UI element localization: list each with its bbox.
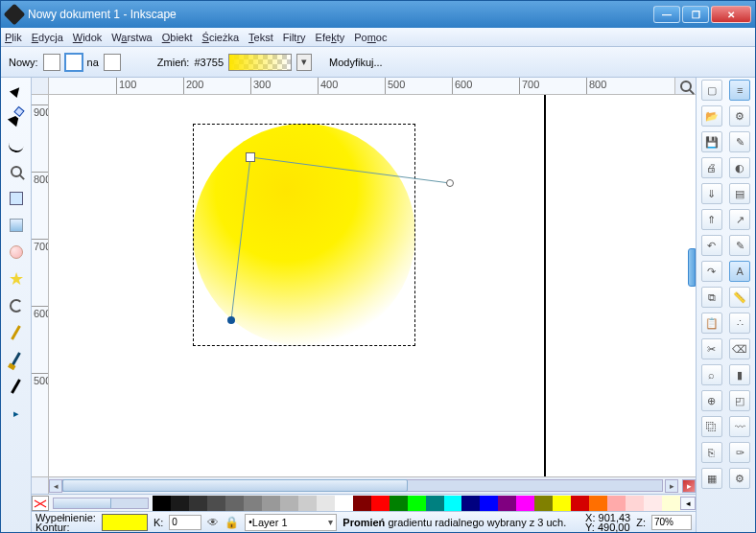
ellipse-tool[interactable] — [5, 241, 28, 264]
gradient-center-handle[interactable] — [246, 152, 255, 162]
calligraphy-button[interactable]: ✑ — [729, 442, 750, 463]
connector-button[interactable]: ↗ — [729, 209, 750, 230]
star-tool[interactable]: ★ — [5, 267, 28, 290]
xml-editor-button[interactable]: ≡ — [729, 80, 750, 101]
duplicate-button[interactable]: ⿻ — [701, 416, 722, 437]
side-tab[interactable] — [688, 248, 696, 287]
scroll-left-button[interactable]: ◂ — [49, 479, 62, 493]
select-tool[interactable] — [5, 80, 28, 103]
palette-swatch[interactable] — [225, 496, 244, 511]
prefs-button[interactable]: ⚙ — [729, 468, 750, 489]
3dbox-button[interactable]: ◰ — [729, 390, 750, 411]
palette-swatch[interactable] — [553, 496, 571, 511]
palette-swatch[interactable] — [644, 496, 662, 511]
close-button[interactable]: ✕ — [711, 6, 751, 23]
fill-swatch[interactable] — [102, 514, 148, 531]
menu-edit[interactable]: Edycja — [32, 32, 63, 43]
canvas[interactable] — [49, 95, 696, 476]
minimize-button[interactable]: — — [653, 6, 680, 23]
palette-swatch[interactable] — [335, 496, 353, 511]
vruler[interactable]: 900 800 700 600 500 — [32, 95, 49, 476]
layer-selector[interactable]: • Layer 1 — [245, 514, 337, 531]
palette-swatch[interactable] — [444, 496, 462, 511]
palette-swatch[interactable] — [571, 496, 589, 511]
bucket-button[interactable]: ▮ — [729, 364, 750, 385]
apply-fill-button[interactable] — [104, 54, 121, 71]
node-edit-button[interactable]: ✎ — [729, 131, 750, 152]
doc-props-button[interactable]: ⚙ — [729, 105, 750, 127]
palette-swatch[interactable] — [626, 496, 644, 511]
linear-gradient-button[interactable] — [43, 54, 60, 71]
palette-swatch[interactable] — [298, 496, 317, 511]
clone-button[interactable]: ⎘ — [701, 442, 722, 463]
palette-swatch[interactable] — [244, 496, 262, 511]
palette-scrollbar[interactable] — [53, 498, 149, 509]
tweak-button[interactable]: 〰 — [729, 416, 750, 437]
modify-button[interactable]: Modyfikuj... — [329, 57, 383, 68]
zoom-input[interactable] — [651, 515, 692, 530]
visibility-icon[interactable]: 👁 — [207, 516, 219, 529]
palette-swatch[interactable] — [390, 496, 408, 511]
scroll-right-button[interactable]: ▸ — [665, 479, 678, 493]
palette-menu-button[interactable]: ◂ — [680, 497, 696, 510]
gradient-focus-handle[interactable] — [227, 316, 235, 324]
menu-layer[interactable]: Warstwa — [111, 32, 152, 43]
paste-button[interactable]: 📋 — [701, 313, 722, 334]
gradient-sel-button[interactable]: ▤ — [729, 183, 750, 204]
spray-button[interactable]: ∴ — [729, 313, 750, 334]
palette-swatch[interactable] — [408, 496, 426, 511]
zoom-tool[interactable] — [5, 160, 28, 183]
copy-button[interactable]: ⧉ — [701, 287, 722, 308]
group-button[interactable]: ▦ — [701, 468, 722, 489]
maximize-button[interactable]: ❐ — [682, 6, 709, 23]
menu-text[interactable]: Tekst — [248, 32, 273, 43]
lock-icon[interactable]: 🔒 — [224, 516, 239, 529]
save-button[interactable]: 💾 — [701, 131, 722, 152]
eraser-button[interactable]: ⌫ — [729, 338, 750, 359]
3dbox-tool[interactable] — [5, 214, 28, 237]
palette-swatch[interactable] — [317, 496, 335, 511]
radial-gradient-button[interactable] — [65, 54, 83, 71]
tweak-tool[interactable] — [5, 133, 28, 156]
palette-swatch[interactable] — [153, 496, 171, 511]
export-button[interactable]: ⇑ — [701, 209, 722, 230]
zoom-icon-corner[interactable] — [674, 78, 696, 95]
text-tool-button[interactable]: A — [729, 261, 750, 282]
zoom-button[interactable]: ⊕ — [701, 390, 722, 411]
palette-swatch[interactable] — [262, 496, 280, 511]
palette-swatch[interactable] — [461, 496, 480, 511]
dropper-button[interactable]: ✎ — [729, 235, 750, 256]
paint-sel-button[interactable]: ◐ — [729, 157, 750, 178]
menu-path[interactable]: Ścieżka — [202, 32, 240, 43]
menu-file[interactable]: Plik — [5, 32, 22, 43]
palette-swatch[interactable] — [280, 496, 298, 511]
bezier-tool[interactable] — [5, 348, 28, 371]
gradient-dropdown[interactable]: ▾ — [296, 54, 312, 71]
gradient-preview[interactable] — [228, 54, 292, 71]
no-fill-swatch[interactable] — [32, 496, 49, 511]
undo-button[interactable]: ↶ — [701, 235, 722, 256]
cut-button[interactable]: ✂ — [701, 338, 722, 359]
palette-swatch[interactable] — [534, 496, 553, 511]
palette-swatch[interactable] — [353, 496, 371, 511]
find-button[interactable]: ⌕ — [701, 364, 722, 385]
palette-swatch[interactable] — [607, 496, 626, 511]
freehand-tool[interactable] — [5, 321, 28, 344]
palette-swatch[interactable] — [171, 496, 189, 511]
palette-swatch[interactable] — [516, 496, 534, 511]
node-tool[interactable] — [5, 106, 28, 129]
hscrollbar[interactable]: ◂ ▸ ▸ — [49, 477, 696, 494]
quick-colors-button[interactable]: ▸ — [682, 479, 696, 493]
palette-swatch[interactable] — [426, 496, 444, 511]
new-doc-button[interactable]: ▢ — [701, 80, 722, 101]
gradient-radius-handle[interactable] — [446, 179, 454, 187]
palette-swatch[interactable] — [589, 496, 607, 511]
palette-swatch[interactable] — [480, 496, 498, 511]
menu-object[interactable]: Obiekt — [162, 32, 193, 43]
palette-swatch[interactable] — [207, 496, 225, 511]
palette-swatch[interactable] — [189, 496, 207, 511]
scroll-thumb[interactable] — [62, 479, 408, 492]
menu-view[interactable]: Widok — [73, 32, 103, 43]
palette-thumb[interactable] — [54, 498, 111, 508]
menu-filters[interactable]: Filtry — [283, 32, 306, 43]
